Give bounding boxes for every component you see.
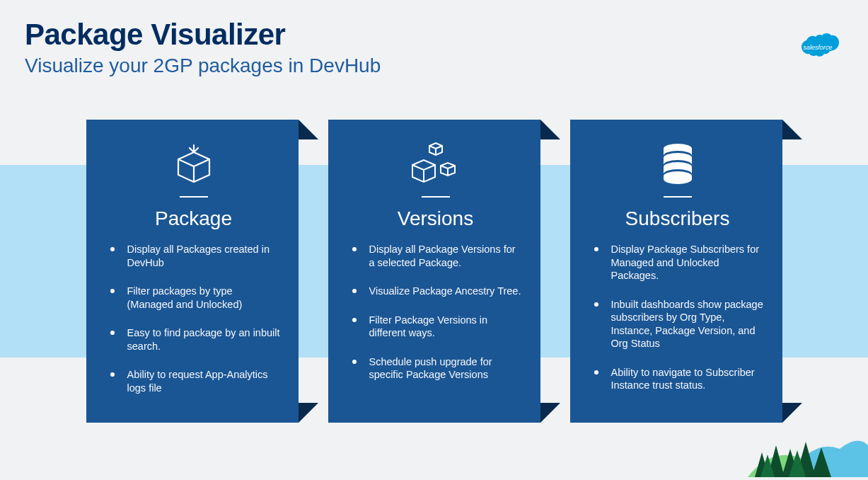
svg-text:salesforce: salesforce — [803, 44, 832, 51]
bullet-item: Filter Package Versions in different way… — [351, 314, 523, 340]
cards-row: Package Display all Packages created in … — [0, 120, 868, 423]
salesforce-logo: salesforce — [796, 32, 840, 66]
card-divider — [422, 196, 450, 198]
bullet-item: Display all Packages created in DevHub — [109, 243, 282, 269]
package-icon — [102, 135, 286, 192]
card-title: Package — [102, 207, 286, 230]
card-bullets: Display all Package Versions for a selec… — [344, 243, 528, 382]
card-subscribers: Subscribers Display Package Subscribers … — [570, 120, 782, 423]
card-package: Package Display all Packages created in … — [86, 120, 299, 423]
versions-icon — [344, 135, 528, 192]
card-bullets: Display Package Subscribers for Managed … — [586, 243, 770, 392]
card-corner-decoration — [299, 120, 318, 139]
bullet-item: Display all Package Versions for a selec… — [351, 243, 523, 269]
card-bullets: Display all Packages created in DevHub F… — [102, 243, 286, 394]
decorative-scenery — [705, 413, 868, 480]
bullet-item: Easy to find package by an inbuilt searc… — [109, 326, 282, 353]
bullet-item: Ability to navigate to Subscriber Instan… — [593, 366, 765, 392]
card-title: Subscribers — [586, 207, 770, 230]
card-corner-decoration — [299, 403, 318, 423]
bullet-item: Ability to request App-Analytics logs fi… — [109, 368, 282, 394]
bullet-item: Schedule push upgrade for specific Packa… — [351, 355, 523, 382]
bullet-item: Filter packages by type (Managed and Unl… — [109, 285, 282, 311]
bullet-item: Display Package Subscribers for Managed … — [593, 243, 765, 282]
card-corner-decoration — [540, 120, 560, 139]
card-divider — [664, 196, 692, 198]
slide-header: Package Visualizer Visualize your 2GP pa… — [0, 0, 868, 77]
bullet-item: Inbuilt dashboards show package subscrib… — [593, 298, 765, 350]
card-corner-decoration — [540, 403, 560, 423]
subscribers-icon — [586, 135, 770, 192]
slide-subtitle: Visualize your 2GP packages in DevHub — [25, 55, 843, 77]
card-divider — [180, 196, 208, 198]
bullet-item: Visualize Package Ancestry Tree. — [351, 285, 523, 298]
card-title: Versions — [344, 207, 528, 230]
slide-title: Package Visualizer — [25, 18, 843, 52]
card-corner-decoration — [782, 120, 802, 139]
card-versions: Versions Display all Package Versions fo… — [328, 120, 540, 423]
